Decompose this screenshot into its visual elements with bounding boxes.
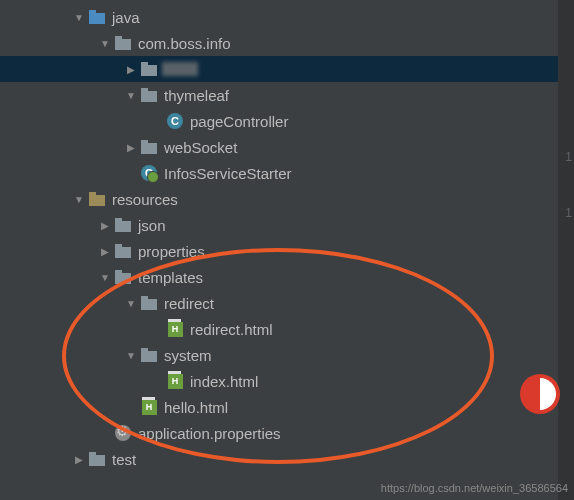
tree-label: redirect (164, 295, 214, 312)
tree-label: properties (138, 243, 205, 260)
svg-rect-2 (115, 39, 131, 50)
svg-rect-4 (141, 65, 157, 76)
tree-item-app-props[interactable]: application.properties (0, 420, 574, 446)
svg-rect-7 (141, 88, 148, 91)
chevron-right-icon[interactable] (72, 454, 86, 465)
class-runnable-icon: C (140, 164, 158, 182)
package-icon (140, 138, 158, 156)
svg-rect-17 (115, 270, 122, 273)
tree-item-test[interactable]: test (0, 446, 574, 472)
tree-item-templates[interactable]: templates (0, 264, 574, 290)
tree-item-json[interactable]: json (0, 212, 574, 238)
resources-folder-icon (88, 190, 106, 208)
project-tree[interactable]: java com.boss.info thymeleaf C pageContr… (0, 0, 574, 472)
folder-icon (114, 216, 132, 234)
chevron-down-icon[interactable] (72, 194, 86, 205)
html-file-icon: H (166, 372, 184, 390)
tree-item-properties[interactable]: properties (0, 238, 574, 264)
html-file-icon: H (140, 398, 158, 416)
svg-rect-20 (141, 351, 157, 362)
folder-icon (88, 8, 106, 26)
svg-rect-14 (115, 247, 131, 258)
svg-rect-18 (141, 299, 157, 310)
chevron-down-icon[interactable] (124, 350, 138, 361)
svg-rect-22 (89, 455, 105, 466)
svg-rect-13 (115, 218, 122, 221)
tree-item-redirect[interactable]: redirect (0, 290, 574, 316)
tree-label: com.boss.info (138, 35, 231, 52)
svg-rect-21 (141, 348, 148, 351)
folder-icon (114, 242, 132, 260)
tree-item-java[interactable]: java (0, 4, 574, 30)
package-icon (114, 34, 132, 52)
svg-rect-6 (141, 91, 157, 102)
tree-label: application.properties (138, 425, 281, 442)
svg-rect-1 (89, 10, 96, 13)
chevron-right-icon[interactable] (124, 64, 138, 75)
tree-label: pageController (190, 113, 288, 130)
tree-item-redirect-html[interactable]: H redirect.html (0, 316, 574, 342)
svg-rect-19 (141, 296, 148, 299)
chevron-down-icon[interactable] (124, 90, 138, 101)
line-marker: 1 1 (565, 150, 572, 220)
package-icon (140, 60, 158, 78)
tree-item-starter[interactable]: C InfosServiceStarter (0, 160, 574, 186)
html-file-icon: H (166, 320, 184, 338)
properties-file-icon (114, 424, 132, 442)
gutter (558, 0, 574, 500)
chevron-right-icon[interactable] (98, 246, 112, 257)
package-icon (140, 86, 158, 104)
tree-item-selected[interactable] (0, 56, 574, 82)
tree-label: test (112, 451, 136, 468)
watermark-logo-icon (518, 372, 562, 416)
tree-item-system[interactable]: system (0, 342, 574, 368)
svg-rect-8 (141, 143, 157, 154)
tree-item-pagecontroller[interactable]: C pageController (0, 108, 574, 134)
tree-item-hello-html[interactable]: H hello.html (0, 394, 574, 420)
svg-rect-9 (141, 140, 148, 143)
class-icon: C (166, 112, 184, 130)
blurred-label (162, 62, 198, 76)
tree-label: index.html (190, 373, 258, 390)
tree-label: webSocket (164, 139, 237, 156)
svg-rect-5 (141, 62, 148, 65)
tree-label: redirect.html (190, 321, 273, 338)
chevron-down-icon[interactable] (72, 12, 86, 23)
folder-icon (140, 346, 158, 364)
tree-label: hello.html (164, 399, 228, 416)
svg-rect-15 (115, 244, 122, 247)
watermark-url: https://blog.csdn.net/weixin_36586564 (381, 482, 568, 494)
chevron-down-icon[interactable] (98, 38, 112, 49)
svg-rect-3 (115, 36, 122, 39)
tree-item-resources[interactable]: resources (0, 186, 574, 212)
chevron-right-icon[interactable] (98, 220, 112, 231)
svg-rect-10 (89, 195, 105, 206)
svg-rect-12 (115, 221, 131, 232)
tree-label: thymeleaf (164, 87, 229, 104)
tree-item-websocket[interactable]: webSocket (0, 134, 574, 160)
tree-item-thymeleaf[interactable]: thymeleaf (0, 82, 574, 108)
tree-item-package[interactable]: com.boss.info (0, 30, 574, 56)
chevron-down-icon[interactable] (124, 298, 138, 309)
folder-icon (140, 294, 158, 312)
tree-item-index-html[interactable]: H index.html (0, 368, 574, 394)
svg-rect-0 (89, 13, 105, 24)
tree-label: InfosServiceStarter (164, 165, 292, 182)
svg-rect-16 (115, 273, 131, 284)
svg-rect-11 (89, 192, 96, 195)
tree-label: json (138, 217, 166, 234)
folder-icon (88, 450, 106, 468)
folder-icon (114, 268, 132, 286)
svg-rect-23 (89, 452, 96, 455)
chevron-down-icon[interactable] (98, 272, 112, 283)
tree-label: java (112, 9, 140, 26)
chevron-right-icon[interactable] (124, 142, 138, 153)
tree-label: system (164, 347, 212, 364)
tree-label: resources (112, 191, 178, 208)
tree-label: templates (138, 269, 203, 286)
